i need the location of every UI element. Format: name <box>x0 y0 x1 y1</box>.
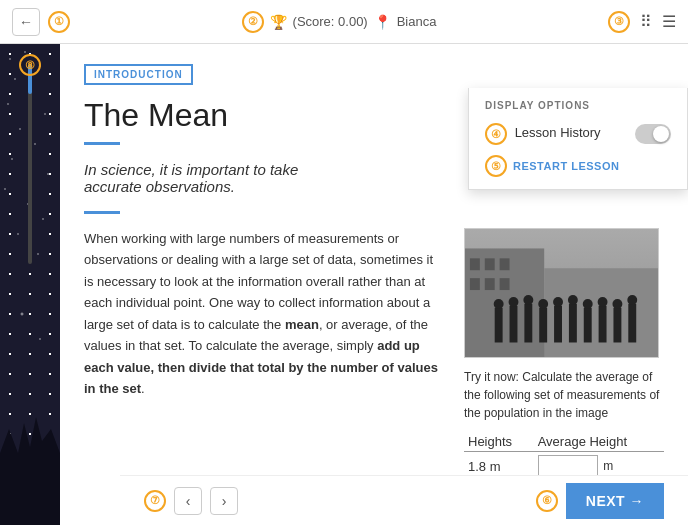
avg-input-cell: m <box>534 452 664 476</box>
title-underline <box>84 142 120 145</box>
svg-rect-6 <box>500 258 510 270</box>
svg-rect-18 <box>554 306 562 343</box>
annotation-6: ⑥ <box>536 490 558 512</box>
annotation-1: ① <box>48 11 70 33</box>
svg-rect-22 <box>584 308 592 343</box>
display-options-title: DISPLAY OPTIONS <box>485 100 671 111</box>
heights-table: Heights Average Height 1.8 m m <box>464 432 664 475</box>
top-bar-right: ③ ⠿ ☰ <box>608 11 676 33</box>
svg-point-27 <box>612 299 622 309</box>
next-button[interactable]: NEXT → <box>566 483 664 519</box>
svg-rect-20 <box>569 304 577 343</box>
soldiers-image-svg <box>465 228 658 358</box>
svg-point-23 <box>583 299 593 309</box>
prev-arrow-icon: ‹ <box>186 493 191 509</box>
intro-text: In science, it is important to take accu… <box>84 161 344 195</box>
average-height-input[interactable] <box>538 455 598 475</box>
menu-icon[interactable]: ☰ <box>662 12 676 31</box>
next-button-label: NEXT → <box>586 493 644 509</box>
heights-header: Heights <box>464 432 534 452</box>
svg-point-13 <box>509 297 519 307</box>
annotation-2: ② <box>242 11 264 33</box>
svg-point-15 <box>523 295 533 305</box>
try-now-text: Try it now: Calculate the average of the… <box>464 368 664 422</box>
svg-rect-28 <box>628 304 636 343</box>
avg-height-header: Average Height <box>534 432 664 452</box>
back-arrow-icon: ← <box>19 14 33 30</box>
svg-rect-14 <box>524 304 532 343</box>
next-arrow-icon: › <box>222 493 227 509</box>
top-bar-center: ② 🏆 (Score: 0.00) 📍 Bianca <box>242 11 437 33</box>
top-navigation-bar: ← ① ② 🏆 (Score: 0.00) 📍 Bianca ③ ⠿ ☰ <box>0 0 688 44</box>
annotation-3: ③ <box>608 11 630 33</box>
svg-point-25 <box>598 297 608 307</box>
svg-rect-26 <box>613 308 621 343</box>
bottom-navigation: ⑦ ‹ › ⑥ NEXT → <box>120 475 688 525</box>
svg-rect-4 <box>470 258 480 270</box>
body-text: When working with large numbers of measu… <box>84 228 444 400</box>
mean-word: mean <box>285 317 319 332</box>
lesson-history-label: ④ Lesson History <box>485 123 601 145</box>
lesson-history-toggle[interactable] <box>635 124 671 144</box>
user-name: Bianca <box>397 14 437 29</box>
svg-rect-9 <box>500 278 510 290</box>
lesson-image <box>464 228 659 358</box>
table-row: 1.8 m m <box>464 452 664 476</box>
back-button[interactable]: ← <box>12 8 40 36</box>
left-sidebar: ⑧ <box>0 44 60 525</box>
unit-label: m <box>603 459 613 473</box>
svg-rect-8 <box>485 278 495 290</box>
restart-row: ⑤ RESTART LESSON <box>485 155 671 177</box>
top-bar-left: ← ① <box>12 8 70 36</box>
right-column: Try it now: Calculate the average of the… <box>464 228 664 475</box>
svg-point-29 <box>627 295 637 305</box>
svg-rect-12 <box>510 306 518 343</box>
prev-arrow-button[interactable]: ‹ <box>174 487 202 515</box>
nav-arrows: ⑦ ‹ › <box>144 487 238 515</box>
svg-point-17 <box>538 299 548 309</box>
lesson-history-row: ④ Lesson History <box>485 123 671 145</box>
height-1: 1.8 m <box>464 452 534 476</box>
svg-rect-16 <box>539 308 547 343</box>
annotation-8: ⑧ <box>19 54 41 76</box>
svg-rect-10 <box>495 308 503 343</box>
two-column-content: When working with large numbers of measu… <box>84 228 664 475</box>
svg-point-11 <box>494 299 504 309</box>
svg-rect-7 <box>470 278 480 290</box>
svg-rect-24 <box>599 306 607 343</box>
image-placeholder <box>465 229 658 357</box>
annotation-4: ④ <box>485 123 507 145</box>
grid-icon[interactable]: ⠿ <box>640 12 652 31</box>
svg-point-19 <box>553 297 563 307</box>
next-section: ⑥ NEXT → <box>536 483 664 519</box>
score-label: (Score: 0.00) <box>293 14 368 29</box>
left-column: When working with large numbers of measu… <box>84 228 444 475</box>
score-icon: 🏆 <box>270 14 287 30</box>
next-arrow-button[interactable]: › <box>210 487 238 515</box>
annotation-8-wrapper: ⑧ <box>19 54 41 76</box>
main-layout: ⑧ INTRODUCTION The Mean In science, it i… <box>0 44 688 525</box>
display-options-panel: DISPLAY OPTIONS ④ Lesson History ⑤ RESTA… <box>468 88 688 190</box>
annotation-5: ⑤ <box>485 155 507 177</box>
annotation-7: ⑦ <box>144 490 166 512</box>
progress-bar-container <box>28 64 32 264</box>
svg-rect-5 <box>485 258 495 270</box>
restart-lesson-link[interactable]: RESTART LESSON <box>513 160 619 172</box>
body-text-end: . <box>141 381 145 396</box>
intro-badge: INTRODUCTION <box>84 64 193 85</box>
content-divider <box>84 211 120 214</box>
location-icon: 📍 <box>374 14 391 30</box>
tree-silhouette <box>0 405 60 525</box>
toggle-knob <box>653 126 669 142</box>
svg-point-21 <box>568 295 578 305</box>
